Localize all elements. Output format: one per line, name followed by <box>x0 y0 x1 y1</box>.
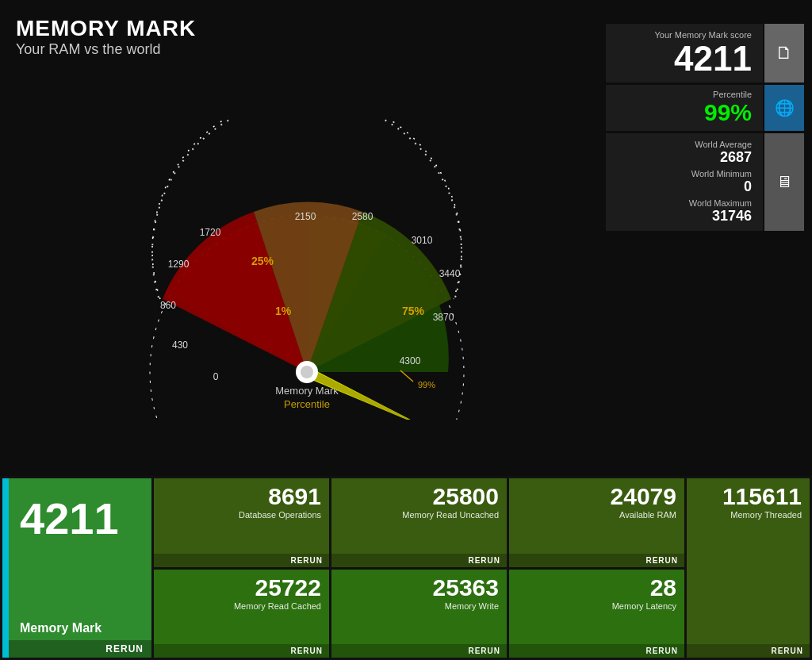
svg-text:430: 430 <box>172 340 188 351</box>
svg-text:3870: 3870 <box>433 312 454 323</box>
mem-read-unc-number: 25800 <box>331 478 507 510</box>
left-panel: MEMORY MARK Your RAM vs the world <box>8 12 606 468</box>
gauge-percent-75: 75% <box>402 305 425 317</box>
mem-read-unc-label: Memory Read Uncached <box>331 510 507 554</box>
mem-threaded-rerun[interactable]: RERUN <box>687 644 810 658</box>
col-db-ops: 8691 Database Operations RERUN 25722 Mem… <box>154 478 329 658</box>
svg-text:3010: 3010 <box>412 235 433 246</box>
world-stats-box: World Average 2687 World Minimum 0 World… <box>606 133 763 231</box>
gauge-percent-1: 1% <box>275 305 292 317</box>
avail-ram-number: 24079 <box>509 478 684 510</box>
gauge-center-inner <box>301 366 313 378</box>
tile-memory-read-cached: 25722 Memory Read Cached RERUN <box>154 570 329 658</box>
mem-latency-number: 28 <box>509 570 684 601</box>
tile-memory-write: 25363 Memory Write RERUN <box>331 570 507 658</box>
mem-write-label: Memory Write <box>331 601 507 645</box>
percentile-value: 99% <box>617 99 752 126</box>
mem-write-number: 25363 <box>331 570 507 601</box>
tile-memory-latency: 28 Memory Latency RERUN <box>509 570 684 658</box>
mem-read-cached-label: Memory Read Cached <box>154 601 329 645</box>
score-box: Your Memory Mark score 4211 <box>606 24 763 82</box>
tile-memory-mark: 4211 Memory Mark RERUN <box>2 478 151 658</box>
db-ops-rerun[interactable]: RERUN <box>154 554 329 567</box>
svg-text:1290: 1290 <box>168 259 190 270</box>
tile-memory-threaded: 115611 Memory Threaded RERUN <box>687 478 810 658</box>
page-title: MEMORY MARK <box>16 16 598 41</box>
right-panel: Your Memory Mark score 4211 🗋 Percentile… <box>606 12 804 468</box>
svg-line-14 <box>400 370 413 382</box>
memory-mark-label: Memory Mark <box>2 621 151 640</box>
file-icon-btn[interactable]: 🗋 <box>764 24 804 82</box>
svg-text:2150: 2150 <box>295 211 316 222</box>
mem-latency-rerun[interactable]: RERUN <box>509 644 684 658</box>
mem-latency-label: Memory Latency <box>509 601 684 645</box>
db-ops-label: Database Operations <box>154 510 329 554</box>
percentile-label: Percentile <box>617 90 752 99</box>
title-block: MEMORY MARK Your RAM vs the world <box>8 12 606 70</box>
world-min-value: 0 <box>617 178 752 195</box>
teal-accent <box>2 478 9 658</box>
world-avg-value: 2687 <box>617 149 752 166</box>
system-icon-btn[interactable]: 🖥 <box>764 133 804 231</box>
col-ram-latency: 24079 Available RAM RERUN 28 Memory Late… <box>509 478 684 658</box>
mem-threaded-label: Memory Threaded <box>687 510 810 644</box>
tile-database-ops: 8691 Database Operations RERUN <box>154 478 329 567</box>
mem-read-cached-number: 25722 <box>154 570 329 601</box>
mem-write-rerun[interactable]: RERUN <box>331 644 507 658</box>
mem-read-cached-rerun[interactable]: RERUN <box>154 644 329 658</box>
db-ops-number: 8691 <box>154 478 329 510</box>
memory-mark-number: 4211 <box>2 478 151 544</box>
page-subtitle: Your RAM vs the world <box>16 41 598 58</box>
svg-text:1720: 1720 <box>200 227 221 238</box>
tile-memory-read-uncached: 25800 Memory Read Uncached RERUN <box>331 478 507 567</box>
avail-ram-rerun[interactable]: RERUN <box>509 554 684 567</box>
mem-threaded-number: 115611 <box>687 478 810 510</box>
world-min-label: World Minimum <box>617 169 752 178</box>
gauge-container: 1% 25% 75% 0 430 860 1290 1720 2150 2580… <box>8 70 606 468</box>
gauge-svg: 1% 25% 75% 0 430 860 1290 1720 2150 2580… <box>93 118 521 420</box>
percentile-box: Percentile 99% <box>606 85 763 131</box>
memory-mark-rerun[interactable]: RERUN <box>2 640 151 658</box>
gauge-bottom-icons: ⏱ 📈 <box>539 414 812 452</box>
svg-text:99%: 99% <box>418 380 435 389</box>
world-avg-label: World Average <box>617 140 752 149</box>
mem-read-unc-rerun[interactable]: RERUN <box>331 554 507 567</box>
top-section: MEMORY MARK Your RAM vs the world <box>0 0 812 476</box>
svg-text:860: 860 <box>160 300 176 311</box>
bottom-section: 4211 Memory Mark RERUN 8691 Database Ope… <box>0 476 812 660</box>
svg-text:3440: 3440 <box>439 268 461 279</box>
score-value: 4211 <box>617 40 752 78</box>
gauge-percentile-label: Percentile <box>284 398 330 410</box>
col-mem-rw: 25800 Memory Read Uncached RERUN 25363 M… <box>331 478 507 658</box>
score-row: Your Memory Mark score 4211 🗋 <box>606 24 804 82</box>
tile-available-ram: 24079 Available RAM RERUN <box>509 478 684 567</box>
world-stats-row: World Average 2687 World Minimum 0 World… <box>606 133 804 231</box>
globe-icon-btn[interactable]: 🌐 <box>764 85 804 131</box>
percentile-row: Percentile 99% 🌐 <box>606 85 804 131</box>
world-max-label: World Maximum <box>617 198 752 208</box>
svg-text:0: 0 <box>213 371 219 382</box>
avail-ram-label: Available RAM <box>509 510 684 554</box>
svg-text:4300: 4300 <box>400 355 421 366</box>
world-max-value: 31746 <box>617 208 752 224</box>
svg-text:2580: 2580 <box>352 211 373 222</box>
gauge-percent-25: 25% <box>251 255 274 267</box>
